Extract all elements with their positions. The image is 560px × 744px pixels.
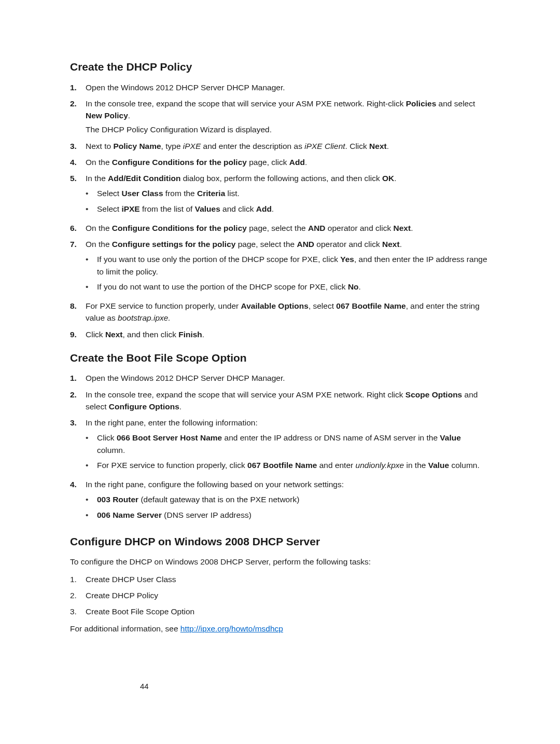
list-content: Create DHCP Policy xyxy=(86,589,490,601)
bullet-content: If you want to use only the portion of t… xyxy=(97,253,490,278)
list-content: In the Add/Edit Condition dialog box, pe… xyxy=(86,172,490,218)
list-item: 8.For PXE service to function properly, … xyxy=(70,300,490,324)
list-number: 4. xyxy=(70,156,86,168)
list-content: Create Boot File Scope Option xyxy=(86,605,490,617)
list-content: In the right pane, configure the followi… xyxy=(86,478,490,524)
bullet-list: •003 Router (default gateway that is on … xyxy=(86,493,490,521)
heading-create-boot-file-scope-option: Create the Boot File Scope Option xyxy=(70,350,490,366)
list-item: 3.Next to Policy Name, type iPXE and ent… xyxy=(70,140,490,152)
bullet-list: •If you want to use only the portion of … xyxy=(86,253,490,293)
list-number: 2. xyxy=(70,589,86,601)
list-item: 7.On the Configure settings for the poli… xyxy=(70,238,490,296)
list-item: 5.In the Add/Edit Condition dialog box, … xyxy=(70,172,490,218)
list-number: 3. xyxy=(70,605,86,617)
page-number: 44 xyxy=(140,681,149,693)
list-content: For PXE service to function properly, un… xyxy=(86,300,490,324)
list-item: 9.Click Next, and then click Finish. xyxy=(70,328,490,340)
dhcp-policy-list: 1.Open the Windows 2012 DHCP Server DHCP… xyxy=(70,81,490,340)
list-number: 8. xyxy=(70,300,86,324)
boot-file-scope-list: 1.Open the Windows 2012 DHCP Server DHCP… xyxy=(70,372,490,524)
bullet-content: Select iPXE from the list of Values and … xyxy=(97,203,490,215)
bullet-content: Select User Class from the Criteria list… xyxy=(97,187,490,199)
list-content: Open the Windows 2012 DHCP Server DHCP M… xyxy=(86,372,490,384)
bullet-list: •Select User Class from the Criteria lis… xyxy=(86,187,490,215)
bullet-content: 006 Name Server (DNS server IP address) xyxy=(97,509,490,521)
list-number: 9. xyxy=(70,328,86,340)
bullet-list: •Click 066 Boot Server Host Name and ent… xyxy=(86,432,490,471)
list-content: Create DHCP User Class xyxy=(86,573,490,585)
list-item: 1.Create DHCP User Class xyxy=(70,573,490,585)
bullet-dot-icon: • xyxy=(86,187,97,199)
list-number: 1. xyxy=(70,372,86,384)
list-subtext: The DHCP Policy Configuration Wizard is … xyxy=(86,123,490,135)
list-item: 1.Open the Windows 2012 DHCP Server DHCP… xyxy=(70,81,490,93)
bullet-item: •If you do not want to use the portion o… xyxy=(86,281,490,293)
ipxe-link[interactable]: http://ipxe.org/howto/msdhcp xyxy=(180,624,283,633)
list-number: 2. xyxy=(70,389,86,413)
heading-create-dhcp-policy: Create the DHCP Policy xyxy=(70,59,490,75)
bullet-dot-icon: • xyxy=(86,203,97,215)
list-content: Next to Policy Name, type iPXE and enter… xyxy=(86,140,490,152)
list-item: 4.In the right pane, configure the follo… xyxy=(70,478,490,524)
bullet-dot-icon: • xyxy=(86,493,97,505)
list-number: 3. xyxy=(70,417,86,474)
list-content: In the console tree, expand the scope th… xyxy=(86,98,490,136)
heading-configure-dhcp-2008: Configure DHCP on Windows 2008 DHCP Serv… xyxy=(70,533,490,550)
list-content: In the right pane, enter the following i… xyxy=(86,417,490,474)
bullet-dot-icon: • xyxy=(86,253,97,278)
bullet-item: •If you want to use only the portion of … xyxy=(86,253,490,278)
list-content: On the Configure Conditions for the poli… xyxy=(86,222,490,234)
footer-prefix: For additional information, see xyxy=(70,624,180,633)
bullet-dot-icon: • xyxy=(86,281,97,293)
list-number: 6. xyxy=(70,222,86,234)
list-item: 2.In the console tree, expand the scope … xyxy=(70,389,490,413)
list-content: On the Configure settings for the policy… xyxy=(86,238,490,296)
bullet-dot-icon: • xyxy=(86,459,97,471)
list-item: 3.In the right pane, enter the following… xyxy=(70,417,490,474)
section3-intro: To configure the DHCP on Windows 2008 DH… xyxy=(70,556,490,568)
list-number: 2. xyxy=(70,98,86,136)
bullet-item: •Select iPXE from the list of Values and… xyxy=(86,203,490,215)
bullet-item: •003 Router (default gateway that is on … xyxy=(86,493,490,505)
list-number: 7. xyxy=(70,238,86,296)
list-item: 2.Create DHCP Policy xyxy=(70,589,490,601)
bullet-item: •Select User Class from the Criteria lis… xyxy=(86,187,490,199)
bullet-content: For PXE service to function properly, cl… xyxy=(97,459,490,471)
list-content: Click Next, and then click Finish. xyxy=(86,328,490,340)
configure-dhcp-2008-list: 1.Create DHCP User Class2.Create DHCP Po… xyxy=(70,573,490,618)
bullet-content: 003 Router (default gateway that is on t… xyxy=(97,493,490,505)
list-item: 4.On the Configure Conditions for the po… xyxy=(70,156,490,168)
list-content: In the console tree, expand the scope th… xyxy=(86,389,490,413)
bullet-content: Click 066 Boot Server Host Name and ente… xyxy=(97,432,490,456)
list-number: 4. xyxy=(70,478,86,524)
list-number: 1. xyxy=(70,573,86,585)
list-item: 1.Open the Windows 2012 DHCP Server DHCP… xyxy=(70,372,490,384)
bullet-dot-icon: • xyxy=(86,509,97,521)
list-number: 5. xyxy=(70,172,86,218)
list-content: On the Configure Conditions for the poli… xyxy=(86,156,490,168)
list-item: 6.On the Configure Conditions for the po… xyxy=(70,222,490,234)
list-content: Open the Windows 2012 DHCP Server DHCP M… xyxy=(86,81,490,93)
section3-footer: For additional information, see http://i… xyxy=(70,623,490,635)
list-item: 3.Create Boot File Scope Option xyxy=(70,605,490,617)
bullet-item: •Click 066 Boot Server Host Name and ent… xyxy=(86,432,490,456)
list-number: 3. xyxy=(70,140,86,152)
list-item: 2.In the console tree, expand the scope … xyxy=(70,98,490,136)
bullet-content: If you do not want to use the portion of… xyxy=(97,281,490,293)
bullet-item: •For PXE service to function properly, c… xyxy=(86,459,490,471)
bullet-dot-icon: • xyxy=(86,432,97,456)
bullet-item: •006 Name Server (DNS server IP address) xyxy=(86,509,490,521)
list-number: 1. xyxy=(70,81,86,93)
